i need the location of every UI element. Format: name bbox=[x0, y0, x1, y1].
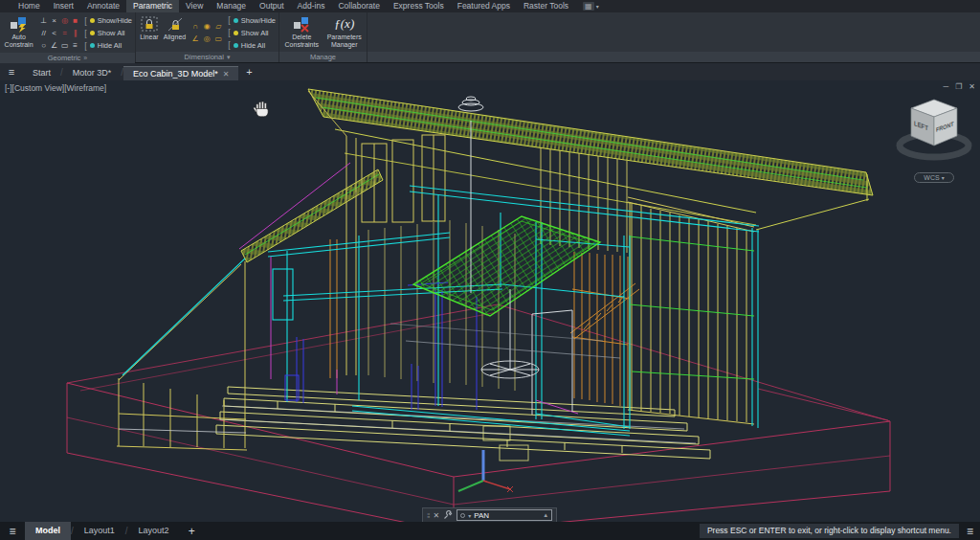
pan-hand-cursor bbox=[253, 101, 268, 117]
smooth-constraint-icon: < bbox=[52, 29, 56, 37]
dimensional-hide-all-button[interactable]: [ Hide All bbox=[228, 39, 276, 51]
linear-dimension-button[interactable]: Linear bbox=[139, 14, 160, 51]
tab-home[interactable]: Home bbox=[11, 0, 47, 12]
dimensional-hide-all-label: Hide All bbox=[241, 41, 265, 50]
viewcube[interactable]: LEFT FRONT WCS ▾ bbox=[894, 94, 974, 184]
geometric-hide-all-button[interactable]: [ Hide All bbox=[84, 40, 132, 52]
camera-constraint-icon: ▭ bbox=[214, 34, 222, 43]
tab-manage[interactable]: Manage bbox=[210, 0, 253, 12]
file-tab-label: Eco Cabin_3D Model* bbox=[133, 67, 218, 81]
layout-tab-bar: ≡ Model / Layout1 / Layout2 + bbox=[0, 522, 204, 540]
parameters-manager-button[interactable]: ƒ(x) Parameters Manager bbox=[325, 14, 365, 51]
bulb-icon bbox=[234, 43, 238, 48]
geometric-show-all-button[interactable]: [ Show All bbox=[84, 28, 132, 39]
wcs-dropdown[interactable]: WCS ▾ bbox=[914, 172, 953, 183]
tab-featured-apps[interactable]: Featured Apps bbox=[451, 0, 517, 12]
new-tab-button[interactable]: + bbox=[238, 66, 259, 78]
dimensional-show-hide-button[interactable]: [ Show/Hide bbox=[228, 14, 276, 26]
bracket-icon: [ bbox=[228, 40, 231, 50]
dimensional-show-hide-label: Show/Hide bbox=[241, 16, 276, 25]
file-tab-start[interactable]: Start bbox=[23, 66, 60, 80]
ribbon-filler bbox=[368, 12, 980, 62]
active-command-text: PAN bbox=[474, 511, 540, 520]
ribbon: Auto Constrain ⊥ × ◎ ■ // < = ∥ ○ ∠ ▭ ≡ … bbox=[0, 12, 980, 63]
dimensional-show-all-button[interactable]: [ Show All bbox=[228, 27, 276, 38]
geometric-hide-all-label: Hide All bbox=[98, 41, 122, 50]
parameters-manager-label: Parameters Manager bbox=[325, 34, 365, 49]
bracket-icon: [ bbox=[84, 41, 87, 51]
file-tab-motor3d[interactable]: Motor 3D* bbox=[63, 66, 122, 80]
linear-dimension-icon bbox=[141, 14, 158, 34]
parallel-constraint-icon: × bbox=[52, 16, 56, 25]
green-mesh-panel bbox=[413, 216, 600, 316]
auto-constrain-icon bbox=[10, 14, 29, 34]
bracket-icon: [ bbox=[84, 16, 87, 26]
model-space-canvas[interactable]: [-][Custom View][Wireframe] ─ ❐ ✕ LEFT F… bbox=[0, 80, 980, 522]
new-layout-button[interactable]: + bbox=[180, 525, 204, 538]
ribbon-tab-bar: Home Insert Annotate Parametric View Man… bbox=[0, 0, 980, 12]
command-line-bar[interactable]: ⁞⁞ ✕ ▾ PAN ▲ bbox=[422, 507, 557, 522]
auto-constrain-button[interactable]: Auto Constrain bbox=[3, 14, 34, 52]
customize-wrench-icon[interactable] bbox=[443, 510, 453, 520]
tab-annotate[interactable]: Annotate bbox=[80, 0, 126, 12]
auto-constrain-label: Auto Constrain bbox=[3, 34, 34, 49]
bracket-icon: [ bbox=[228, 15, 231, 25]
close-icon[interactable]: ✕ bbox=[969, 82, 975, 91]
linear-label: Linear bbox=[140, 34, 158, 41]
dimensional-visibility-group: [ Show/Hide [ Show All [ Hide All bbox=[228, 14, 276, 51]
layout-tab-model[interactable]: Model bbox=[25, 522, 71, 540]
geometric-show-all-label: Show All bbox=[98, 29, 125, 37]
close-icon[interactable]: ✕ bbox=[433, 511, 439, 520]
fx-icon: ƒ(x) bbox=[334, 14, 354, 34]
recent-commands-icon[interactable]: ▲ bbox=[543, 512, 548, 518]
aligned-label: Aligned bbox=[164, 34, 186, 41]
delete-constraints-icon bbox=[293, 14, 310, 34]
aligned-dimension-button[interactable]: Aligned bbox=[164, 14, 186, 51]
close-icon[interactable]: ✕ bbox=[223, 67, 230, 81]
drawing-window-controls: ─ ❐ ✕ bbox=[943, 82, 975, 91]
vertical-constraint-icon: ∥ bbox=[74, 29, 78, 37]
tab-collaborate[interactable]: Collaborate bbox=[331, 0, 386, 12]
file-tab-bar: ≡ Start / Motor 3D* / Eco Cabin_3D Model… bbox=[0, 63, 980, 80]
geometric-constraint-grid[interactable]: ⊥ × ◎ ■ // < = ∥ ○ ∠ ▭ ≡ bbox=[38, 14, 80, 52]
tab-parametric[interactable]: Parametric bbox=[126, 0, 179, 12]
status-message: Press ESC or ENTER to exit, or right-cli… bbox=[700, 524, 959, 538]
aligned-dimension-icon bbox=[167, 14, 184, 34]
layout-tab-layout2[interactable]: Layout2 bbox=[128, 522, 180, 540]
panel-caption-geometric[interactable]: Geometric » bbox=[0, 53, 135, 63]
geometric-show-hide-button[interactable]: [ Show/Hide bbox=[84, 15, 132, 27]
area-constraint-icon: ▱ bbox=[215, 22, 221, 31]
file-tab-menu-button[interactable]: ≡ bbox=[0, 63, 23, 80]
file-tab-eco-cabin[interactable]: Eco Cabin_3D Model* ✕ bbox=[123, 66, 238, 80]
layout-tab-layout1[interactable]: Layout1 bbox=[74, 522, 125, 540]
tab-view[interactable]: View bbox=[179, 0, 210, 12]
site-boundary-lines bbox=[67, 304, 890, 522]
panel-geometric: Auto Constrain ⊥ × ◎ ■ // < = ∥ ○ ∠ ▭ ≡ … bbox=[0, 12, 136, 62]
chevron-down-icon: ▾ bbox=[227, 52, 231, 62]
command-options-icon bbox=[460, 513, 465, 518]
grip-handle-icon[interactable]: ⁞⁞ bbox=[427, 511, 429, 520]
delete-constraints-button[interactable]: Delete Constraints bbox=[282, 14, 322, 51]
status-customize-button[interactable]: ≡ bbox=[963, 525, 977, 538]
tab-output[interactable]: Output bbox=[253, 0, 291, 12]
command-input[interactable]: ▾ PAN ▲ bbox=[457, 509, 552, 521]
equal-constraint-icon: = bbox=[62, 29, 67, 37]
deck-steps-lines bbox=[216, 387, 710, 461]
panel-caption-dimensional[interactable]: Dimensional ▾ bbox=[136, 52, 278, 62]
tab-express-tools[interactable]: Express Tools bbox=[387, 0, 451, 12]
panel-caption-manage[interactable]: Manage bbox=[279, 52, 367, 62]
viewport-controls-label[interactable]: [-][Custom View][Wireframe] bbox=[5, 83, 106, 93]
lock-constraint-icon: ■ bbox=[73, 16, 78, 25]
restore-icon[interactable]: ❐ bbox=[955, 82, 962, 91]
angular-constraint-icon: ∠ bbox=[192, 34, 199, 43]
ribbon-extra-button[interactable]: ▦ ▾ bbox=[583, 0, 599, 12]
minimize-icon[interactable]: ─ bbox=[943, 82, 948, 91]
tab-raster-tools[interactable]: Raster Tools bbox=[517, 0, 575, 12]
layout-menu-button[interactable]: ≡ bbox=[0, 525, 25, 538]
angle-constraint-icon: ∠ bbox=[51, 41, 57, 50]
dimensional-constraint-grid[interactable]: ∩ ◉ ▱ ∠ ◎ ▭ bbox=[189, 14, 224, 51]
tab-insert[interactable]: Insert bbox=[47, 0, 80, 12]
status-bar: ≡ Model / Layout1 / Layout2 + Press ESC … bbox=[0, 522, 980, 540]
tab-addins[interactable]: Add-ins bbox=[291, 0, 332, 12]
diameter-constraint-icon: ◉ bbox=[204, 22, 211, 31]
